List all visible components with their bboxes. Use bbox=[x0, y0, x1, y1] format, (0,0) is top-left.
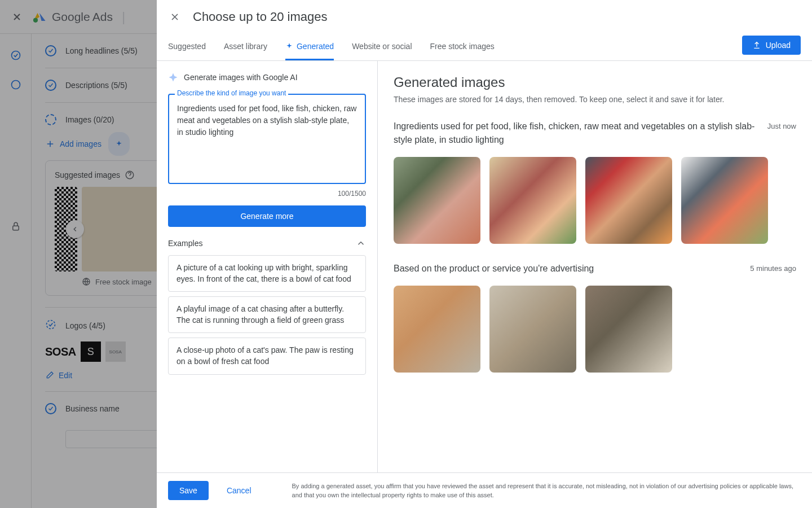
section-prompt-title: Ingredients used for pet food, like fish… bbox=[394, 120, 756, 147]
examples-label: Examples bbox=[168, 239, 202, 248]
generated-image[interactable] bbox=[489, 286, 576, 373]
modal-title: Choose up to 20 images bbox=[193, 10, 328, 24]
save-button[interactable]: Save bbox=[168, 481, 209, 500]
generated-image[interactable] bbox=[394, 286, 480, 373]
chevron-up-icon bbox=[356, 238, 366, 248]
generated-image[interactable] bbox=[585, 286, 672, 373]
cancel-button[interactable]: Cancel bbox=[220, 481, 258, 500]
modal-header: Choose up to 20 images bbox=[157, 0, 812, 34]
generated-image[interactable] bbox=[394, 157, 480, 244]
sparkle-icon bbox=[285, 42, 293, 50]
section-time: 5 minutes ago bbox=[750, 264, 796, 273]
upload-icon bbox=[752, 41, 761, 50]
disclaimer-text: By adding a generated asset, you affirm … bbox=[292, 481, 801, 500]
generated-image[interactable] bbox=[681, 157, 768, 244]
prompt-label: Describe the kind of image you want bbox=[175, 89, 288, 97]
tab-generated[interactable]: Generated bbox=[285, 34, 334, 60]
results-title: Generated images bbox=[394, 75, 796, 90]
example-prompt[interactable]: A picture of a cat looking up with brigh… bbox=[168, 255, 366, 292]
ai-diamond-icon bbox=[168, 72, 178, 82]
tab-website-social[interactable]: Website or social bbox=[352, 34, 412, 60]
prompt-input[interactable] bbox=[168, 94, 366, 184]
results-subtitle: These images are stored for 14 days, the… bbox=[394, 95, 796, 104]
generated-image-grid bbox=[394, 157, 796, 244]
example-prompt[interactable]: A close-up photo of a cat's paw. The paw… bbox=[168, 338, 366, 374]
example-prompt[interactable]: A playful image of a cat chasing after a… bbox=[168, 296, 366, 333]
tab-asset-library[interactable]: Asset library bbox=[224, 34, 267, 60]
prompt-input-wrap: Describe the kind of image you want bbox=[168, 94, 366, 186]
generate-panel: Generate images with Google AI Describe … bbox=[157, 61, 378, 472]
upload-button[interactable]: Upload bbox=[742, 36, 801, 55]
generated-image[interactable] bbox=[489, 157, 576, 244]
section-prompt-title: Based on the product or service you're a… bbox=[394, 262, 739, 275]
results-panel: Generated images These images are stored… bbox=[378, 61, 812, 472]
image-picker-modal: Choose up to 20 images Suggested Asset l… bbox=[157, 0, 812, 508]
generate-more-button[interactable]: Generate more bbox=[168, 205, 366, 227]
section-header: Based on the product or service you're a… bbox=[394, 262, 796, 275]
ai-title: Generate images with Google AI bbox=[184, 73, 298, 82]
upload-label: Upload bbox=[766, 41, 791, 50]
section-header: Ingredients used for pet food, like fish… bbox=[394, 120, 796, 147]
modal-footer: Save Cancel By adding a generated asset,… bbox=[157, 472, 812, 508]
generated-image-grid bbox=[394, 286, 796, 373]
section-time: Just now bbox=[767, 122, 796, 130]
generated-image[interactable] bbox=[585, 157, 672, 244]
modal-tabs-row: Suggested Asset library Generated Websit… bbox=[157, 34, 812, 61]
examples-toggle[interactable]: Examples bbox=[168, 227, 366, 255]
tab-free-stock[interactable]: Free stock images bbox=[430, 34, 495, 60]
char-count: 100/1500 bbox=[168, 190, 366, 198]
tab-suggested[interactable]: Suggested bbox=[168, 34, 206, 60]
close-icon[interactable] bbox=[168, 10, 182, 24]
ai-header: Generate images with Google AI bbox=[168, 72, 366, 82]
modal-tabs: Suggested Asset library Generated Websit… bbox=[168, 34, 495, 60]
modal-body: Generate images with Google AI Describe … bbox=[157, 61, 812, 472]
